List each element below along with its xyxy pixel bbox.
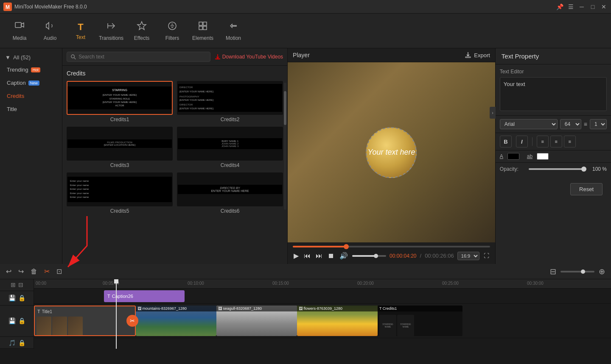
- line-spacing-select[interactable]: 1 1.5 2: [590, 119, 607, 129]
- color-row: A ab: [496, 150, 611, 163]
- fullscreen-button[interactable]: ⛶: [483, 252, 490, 260]
- text-editor-box[interactable]: Your text: [500, 77, 607, 111]
- next-button[interactable]: ⏭: [315, 251, 323, 261]
- download-youtube-label: Download YouTube Videos: [222, 54, 283, 60]
- volume-button[interactable]: 🔊: [339, 251, 349, 261]
- tl-save-icon[interactable]: 💾: [8, 295, 16, 301]
- scroll-thumb[interactable]: [284, 91, 286, 125]
- pin-button[interactable]: 📌: [556, 3, 563, 11]
- opacity-slider[interactable]: [529, 168, 586, 170]
- toolbar-media[interactable]: Media: [4, 16, 35, 46]
- font-size-select[interactable]: 64 48 32 72: [560, 119, 581, 129]
- zoom-in-button[interactable]: ⊕: [597, 265, 607, 278]
- maximize-button[interactable]: □: [589, 3, 597, 11]
- credits6-label: Credits6: [177, 208, 283, 214]
- credits4-item[interactable]: BABY NAME 1 JOHN NAME 2 JOHN NAME 3 Cred…: [177, 127, 283, 168]
- collapse-panel-button[interactable]: ›: [490, 107, 496, 119]
- toolbar-motion[interactable]: Motion: [218, 16, 249, 46]
- add-audio-icon[interactable]: ⊟: [18, 281, 23, 288]
- toolbar-elements[interactable]: Elements: [188, 16, 218, 46]
- seagull-clip-text: seagull-8320687_1280: [223, 306, 262, 311]
- tl-audio-track: [34, 338, 611, 349]
- align-center-button[interactable]: ≡: [550, 136, 562, 147]
- svg-rect-5: [199, 22, 202, 25]
- play-button[interactable]: ▶: [293, 251, 300, 261]
- sidebar-item-caption[interactable]: Caption New: [0, 76, 62, 89]
- tl-video-lock-icon[interactable]: 🔒: [18, 317, 25, 324]
- volume-slider[interactable]: [352, 255, 386, 257]
- section-title: Credits: [67, 70, 283, 77]
- tl-credits-clip[interactable]: T Credits1 STARRING NAME STARRING NAME: [378, 306, 462, 336]
- credits3-item[interactable]: FILMS PRODUCTION [ENTER LOCATION HERE] C…: [67, 127, 173, 168]
- tl-seagull-clip[interactable]: 🖼 seagull-8320687_1280: [216, 306, 297, 336]
- toolbar-text[interactable]: T Text: [65, 16, 96, 46]
- export-label: Export: [474, 52, 490, 58]
- tl-video-save-icon[interactable]: 💾: [8, 317, 16, 324]
- toolbar-effects[interactable]: Effects: [126, 16, 157, 46]
- transitions-icon: [106, 21, 116, 33]
- toolbar-audio[interactable]: Audio: [35, 16, 65, 46]
- credits2-item[interactable]: DIRECTOR [ENTER YOUR NAME HERE] PHOTOGRA…: [177, 81, 283, 122]
- reset-row: Reset: [496, 175, 611, 203]
- toolbar-filters[interactable]: Filters: [157, 16, 188, 46]
- progress-bar[interactable]: [293, 246, 490, 247]
- credits2-thumb[interactable]: DIRECTOR [ENTER YOUR NAME HERE] PHOTOGRA…: [177, 81, 283, 115]
- svg-rect-6: [203, 22, 207, 25]
- aspect-ratio-select[interactable]: 16:9 9:16 4:3 1:1: [457, 252, 479, 260]
- minimize-button[interactable]: ─: [578, 3, 586, 11]
- reset-button[interactable]: Reset: [570, 183, 603, 195]
- tl-title-clip[interactable]: T Title1: [34, 306, 136, 336]
- font-color-swatch[interactable]: [507, 153, 519, 160]
- redo-button[interactable]: ↪: [17, 266, 25, 277]
- zoom-out-button[interactable]: ⊟: [548, 265, 558, 278]
- export-button[interactable]: Export: [465, 52, 490, 58]
- tl-audio-lock-icon[interactable]: 🔒: [18, 339, 25, 346]
- align-right-button[interactable]: ≡: [564, 136, 576, 147]
- seagull-clip-label: 🖼 seagull-8320687_1280: [216, 306, 297, 311]
- delete-button[interactable]: 🗑: [29, 266, 39, 277]
- credits3-thumb[interactable]: FILMS PRODUCTION [ENTER LOCATION HERE]: [67, 127, 173, 161]
- menu-button[interactable]: ☰: [567, 3, 575, 11]
- credits1-item[interactable]: STARRING [ENTER YOUR NAME HERE] STARRING…: [67, 81, 173, 122]
- italic-button[interactable]: I: [516, 136, 528, 147]
- stop-button[interactable]: ⏹: [327, 251, 335, 261]
- undo-button[interactable]: ↩: [4, 266, 13, 277]
- sidebar-item-title[interactable]: Title: [0, 103, 62, 116]
- align-left-button[interactable]: ≡: [537, 136, 549, 147]
- toolbar-filters-label: Filters: [165, 35, 179, 41]
- search-box[interactable]: [67, 52, 210, 62]
- credits5-thumb[interactable]: Enter your name Enter your name Enter yo…: [67, 172, 173, 206]
- download-youtube-btn[interactable]: Download YouTube Videos: [215, 54, 283, 60]
- add-media-icon[interactable]: ⊞: [11, 281, 16, 288]
- tl-audio-icon[interactable]: 🎵: [8, 339, 16, 346]
- font-select[interactable]: Arial Times New Roman Helvetica: [500, 119, 558, 129]
- search-icon: [70, 54, 76, 60]
- credits6-item[interactable]: DIRECTED BY ENTER YOUR NAME HERE Credits…: [177, 172, 283, 214]
- tl-lock-icon[interactable]: 🔒: [18, 295, 25, 301]
- cut-button[interactable]: ✂: [42, 266, 51, 277]
- sidebar-item-credits[interactable]: Credits: [0, 89, 62, 103]
- ruler-mark-4: 00:20:00: [357, 281, 374, 286]
- search-input[interactable]: [78, 54, 206, 60]
- tl-mountains-clip[interactable]: 🖼 mountains-8326967_1280: [136, 306, 216, 336]
- credits1-thumb[interactable]: STARRING [ENTER YOUR NAME HERE] STARRING…: [67, 81, 173, 115]
- credits5-item[interactable]: Enter your name Enter your name Enter yo…: [67, 172, 173, 214]
- title-clip-label: Title1: [42, 309, 52, 314]
- sidebar-item-trending[interactable]: Trending Hot: [0, 63, 62, 76]
- bold-button[interactable]: B: [500, 136, 512, 147]
- filters-icon: [167, 21, 177, 33]
- svg-line-10: [74, 58, 76, 59]
- tl-playhead[interactable]: [116, 279, 117, 349]
- player-area: Player Export Your text here ▶ ⏮: [288, 48, 496, 264]
- tl-flowers-clip[interactable]: 🖼 flowers-8763039_1280: [297, 306, 378, 336]
- bg-color-swatch[interactable]: [537, 153, 549, 160]
- zoom-slider[interactable]: [561, 271, 594, 272]
- credits6-thumb[interactable]: DIRECTED BY ENTER YOUR NAME HERE: [177, 172, 283, 206]
- credits4-thumb[interactable]: BABY NAME 1 JOHN NAME 2 JOHN NAME 3: [177, 127, 283, 161]
- prev-button[interactable]: ⏮: [303, 251, 311, 261]
- toolbar-transitions[interactable]: Transitions: [96, 16, 126, 46]
- sidebar-all-header[interactable]: ▼ All (52): [0, 52, 62, 63]
- crop-button[interactable]: ⊡: [55, 266, 64, 277]
- close-button[interactable]: ✕: [600, 3, 608, 11]
- window-controls[interactable]: 📌 ☰ ─ □ ✕: [556, 3, 608, 11]
